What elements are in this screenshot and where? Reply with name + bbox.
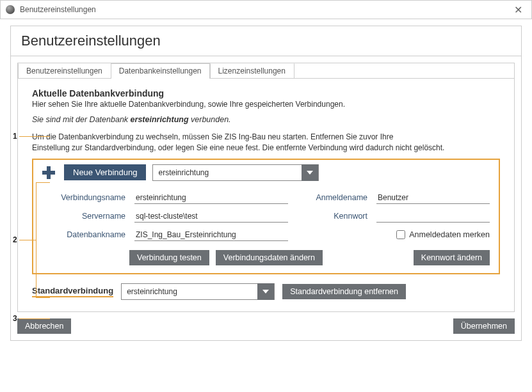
standard-connection-row: Standardverbindung ersteinrichtung Stand… [32, 283, 500, 300]
status-pre: Sie sind mit der Datenbank [32, 115, 131, 124]
apply-button[interactable]: Übernehmen [453, 318, 515, 334]
callout-2-line-h [19, 240, 36, 240]
remember-credentials-checkbox[interactable] [396, 230, 405, 239]
tab-db-settings[interactable]: Datenbankeinstellungen [111, 63, 210, 78]
standard-connection-dropdown[interactable]: ersteinrichtung [121, 283, 275, 300]
tab-body: Aktuelle Datenbankverbindung Hier sehen … [18, 79, 514, 311]
status-post: verbunden. [189, 115, 231, 124]
page-title: Benutzereinstellungen [21, 33, 511, 49]
value-verbindungsname: ersteinrichtung [134, 192, 288, 204]
remember-credentials-label: Anmeldedaten merken [409, 230, 490, 239]
tab-user-settings[interactable]: Benutzereinstellungen [18, 63, 111, 78]
new-connection-button[interactable]: Neue Verbindung [64, 164, 146, 180]
cancel-button[interactable]: Abbrechen [17, 318, 71, 334]
connection-status: Sie sind mit der Datenbank ersteinrichtu… [32, 115, 500, 124]
chevron-down-icon[interactable] [302, 164, 318, 181]
svg-rect-1 [42, 171, 55, 175]
add-connection-button[interactable] [40, 164, 58, 182]
outer-panel: Benutzereinstellungen Benutzereinstellun… [10, 26, 522, 341]
value-servername: sql-test-cluste\test [134, 210, 288, 223]
status-dbname: ersteinrichtung [131, 115, 189, 124]
section-title: Aktuelle Datenbankverbindung [32, 88, 500, 98]
standard-connection-label: Standardverbindung [32, 286, 113, 297]
value-anmeldename: Benutzer [376, 192, 490, 204]
label-anmeldename: Anmeldename [297, 193, 367, 202]
help-text: Um die Datenbankverbindung zu wechseln, … [32, 132, 500, 153]
callout-1-line [19, 136, 50, 137]
callout-2: 2 [13, 235, 17, 244]
connection-dropdown[interactable]: ersteinrichtung [152, 164, 319, 181]
tab-strip: Benutzereinstellungen Datenbankeinstellu… [18, 63, 514, 79]
label-servername: Servername [42, 212, 125, 221]
connbox-head: Neue Verbindung ersteinrichtung [40, 160, 492, 185]
connection-form: Verbindungsname ersteinrichtung Anmelden… [40, 185, 492, 244]
footer: Abbrechen Übernehmen [17, 318, 515, 334]
chevron-down-icon[interactable] [257, 283, 274, 300]
inner-panel: Benutzereinstellungen Datenbankeinstellu… [17, 63, 515, 312]
plus-icon [41, 165, 56, 180]
input-kennwort[interactable] [376, 210, 490, 223]
label-verbindungsname: Verbindungsname [42, 193, 125, 202]
test-connection-button[interactable]: Verbindung testen [129, 250, 209, 265]
close-icon[interactable]: ✕ [510, 4, 526, 16]
callout-3-line [19, 318, 50, 319]
header-band: Benutzereinstellungen [11, 26, 521, 56]
remove-standard-connection-button[interactable]: Standardverbindung entfernen [282, 284, 406, 299]
label-datenbankname: Datenbankname [42, 230, 125, 239]
change-password-button[interactable]: Kennwort ändern [414, 250, 490, 265]
connection-box: Neue Verbindung ersteinrichtung Verbindu… [32, 159, 500, 274]
app-icon [6, 5, 15, 14]
connection-button-row: Verbindung testen Verbindungsdaten änder… [40, 244, 492, 265]
callout-2-line-top [36, 182, 50, 183]
section-desc: Hier sehen Sie Ihre aktuelle Datenbankve… [32, 100, 500, 109]
titlebar: Benutzereinstellungen ✕ [0, 0, 532, 19]
tab-license-settings[interactable]: Lizenzeinstellungen [210, 63, 294, 78]
standard-connection-value: ersteinrichtung [122, 287, 257, 296]
callout-1: 1 [13, 132, 17, 141]
callout-2-line-bot [36, 297, 50, 298]
value-datenbankname: ZIS_Ing_Bau_Ersteinrichtung [134, 229, 288, 241]
connection-dropdown-value: ersteinrichtung [153, 168, 302, 177]
edit-connection-button[interactable]: Verbindungsdaten ändern [216, 250, 323, 265]
callout-2-line-v [36, 182, 36, 297]
label-kennwort: Kennwort [297, 212, 367, 221]
callout-3: 3 [13, 314, 17, 323]
titlebar-text: Benutzereinstellungen [20, 5, 510, 14]
